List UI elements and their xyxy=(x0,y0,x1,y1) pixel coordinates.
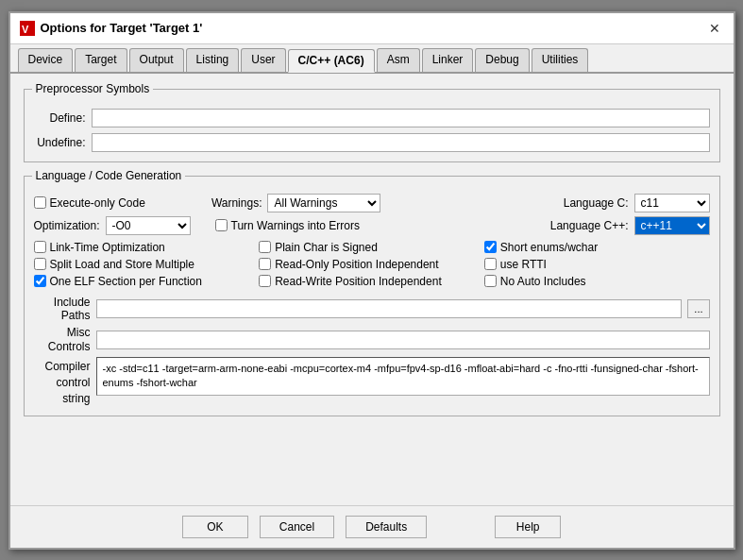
warnings-label: Warnings: xyxy=(211,196,262,210)
undefine-input[interactable] xyxy=(92,133,710,152)
include-paths-input[interactable] xyxy=(96,299,683,318)
preprocessor-group: Preprocessor Symbols Define: Undefine: xyxy=(24,89,720,162)
read-only-checkbox[interactable] xyxy=(259,258,271,270)
ok-button[interactable]: OK xyxy=(182,516,248,538)
dialog-title: Options for Target 'Target 1' xyxy=(41,21,203,35)
read-write-row: Read-Write Position Independent xyxy=(259,275,484,288)
execute-only-label: Execute-only Code xyxy=(50,196,145,210)
preprocessor-group-label: Preprocessor Symbols xyxy=(32,82,154,95)
tab-target[interactable]: Target xyxy=(75,48,127,72)
read-write-label: Read-Write Position Independent xyxy=(275,275,442,288)
tab-device[interactable]: Device xyxy=(18,48,74,72)
language-group: Language / Code Generation Execute-only … xyxy=(24,176,720,417)
misc-controls-input[interactable] xyxy=(96,331,710,349)
misc-controls-label: Misc Controls xyxy=(34,326,91,353)
cancel-button[interactable]: Cancel xyxy=(260,516,334,538)
tab-user[interactable]: User xyxy=(241,48,285,72)
link-time-row: Link-Time Optimization xyxy=(34,241,260,254)
define-input[interactable] xyxy=(92,109,710,127)
undefine-label: Undefine: xyxy=(34,136,86,149)
title-bar: V Options for Target 'Target 1' ✕ xyxy=(10,13,734,44)
execute-only-checkbox[interactable] xyxy=(34,196,46,209)
execute-only-row: Execute-only Code xyxy=(34,196,145,210)
use-rtti-row: use RTTI xyxy=(484,258,710,271)
split-load-row: Split Load and Store Multiple xyxy=(34,258,260,271)
button-row: OK Cancel Defaults Help xyxy=(10,505,734,548)
split-load-checkbox[interactable] xyxy=(34,258,46,270)
close-button[interactable]: ✕ xyxy=(705,19,724,38)
plain-char-row: Plain Char is Signed xyxy=(259,241,484,254)
tab-utilities[interactable]: Utilities xyxy=(532,48,589,72)
tab-cpp[interactable]: C/C++ (AC6) xyxy=(288,49,375,73)
help-button[interactable]: Help xyxy=(495,516,561,538)
undefine-row: Undefine: xyxy=(34,133,710,152)
language-c-select[interactable]: c11 xyxy=(634,194,710,212)
turn-warnings-label: Turn Warnings into Errors xyxy=(231,219,360,232)
main-content: Preprocessor Symbols Define: Undefine: L… xyxy=(10,74,734,505)
read-only-row: Read-Only Position Independent xyxy=(259,258,484,271)
compiler-control-label: Compiler control string xyxy=(34,357,91,406)
tab-listing[interactable]: Listing xyxy=(186,48,240,72)
no-auto-row: No Auto Includes xyxy=(484,275,710,288)
tab-bar: Device Target Output Listing User C/C++ … xyxy=(10,44,734,74)
language-c-label: Language C: xyxy=(564,196,629,210)
one-elf-label: One ELF Section per Function xyxy=(50,275,202,288)
plain-char-checkbox[interactable] xyxy=(259,241,271,253)
turn-warnings-row: Turn Warnings into Errors xyxy=(215,219,360,232)
tab-debug[interactable]: Debug xyxy=(475,48,529,72)
link-time-label: Link-Time Optimization xyxy=(50,241,165,254)
language-group-label: Language / Code Generation xyxy=(32,169,186,182)
optimization-select[interactable]: -O0 xyxy=(106,216,191,235)
link-time-checkbox[interactable] xyxy=(34,241,46,253)
use-rtti-checkbox[interactable] xyxy=(484,258,497,270)
tab-asm[interactable]: Asm xyxy=(377,48,420,72)
include-browse-button[interactable]: ... xyxy=(687,299,709,318)
optimization-label: Optimization: xyxy=(34,219,100,232)
tab-output[interactable]: Output xyxy=(129,48,184,72)
read-only-label: Read-Only Position Independent xyxy=(275,258,438,271)
plain-char-label: Plain Char is Signed xyxy=(275,241,378,254)
short-enums-row: Short enums/wchar xyxy=(484,241,710,254)
include-paths-label: Include Paths xyxy=(34,296,91,323)
short-enums-label: Short enums/wchar xyxy=(500,241,598,254)
define-row: Define: xyxy=(34,109,710,127)
no-auto-checkbox[interactable] xyxy=(484,275,497,287)
language-cpp-select[interactable]: c++11 xyxy=(634,216,710,235)
svg-text:V: V xyxy=(22,24,29,35)
turn-warnings-checkbox[interactable] xyxy=(215,219,228,231)
read-write-checkbox[interactable] xyxy=(259,275,271,287)
one-elf-checkbox[interactable] xyxy=(34,275,46,287)
split-load-label: Split Load and Store Multiple xyxy=(50,258,194,271)
dialog: V Options for Target 'Target 1' ✕ Device… xyxy=(8,11,735,550)
language-cpp-label: Language C++: xyxy=(550,219,629,232)
compiler-control-string: -xc -std=c11 -target=arm-arm-none-eabi -… xyxy=(96,357,710,396)
app-icon: V xyxy=(20,21,35,36)
define-label: Define: xyxy=(34,111,86,125)
short-enums-checkbox[interactable] xyxy=(484,241,497,253)
no-auto-label: No Auto Includes xyxy=(500,275,586,288)
use-rtti-label: use RTTI xyxy=(500,258,547,271)
tab-linker[interactable]: Linker xyxy=(422,48,474,72)
defaults-button[interactable]: Defaults xyxy=(346,516,427,538)
one-elf-row: One ELF Section per Function xyxy=(34,275,260,288)
warnings-select[interactable]: All Warnings xyxy=(267,194,380,212)
